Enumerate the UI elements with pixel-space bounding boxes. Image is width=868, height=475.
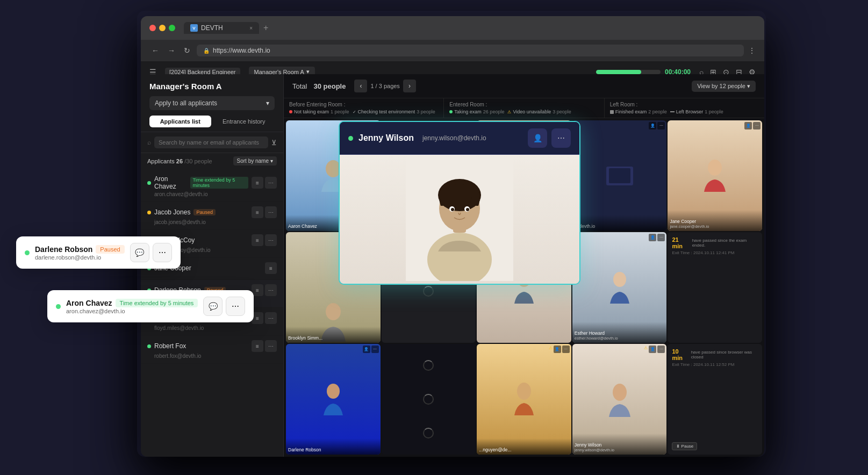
video-icon[interactable]: 👤 [363,346,370,353]
more-icon[interactable]: ⋯ [753,122,761,129]
tab-entrance-history[interactable]: Entrance history [213,116,275,127]
view-by-btn[interactable]: View by 12 people ▾ [692,81,756,92]
video-icon[interactable]: 👤 [649,346,656,353]
sort-btn-label: Sort by name [237,158,269,164]
video-cell[interactable] [382,344,476,455]
reload-btn[interactable]: ↻ [182,44,192,57]
apply-all-btn[interactable]: Apply to all applicants ▾ [149,96,275,110]
applicant-name: Jacob Jones [154,208,190,216]
green-dot-icon [449,110,453,113]
tooltip-message-btn[interactable]: 💬 [130,243,149,262]
list-item[interactable]: Aron Chavez Time extended by 5 minutes ≡… [141,171,283,202]
browser-tab[interactable]: V DEVTH × [184,22,259,34]
close-window-btn[interactable] [149,25,156,31]
video-icon[interactable]: 👤 [554,346,561,353]
tooltip-actions: 💬 ⋯ [203,297,245,316]
video-icon[interactable]: 👤 [649,234,656,241]
tooltip-message-btn[interactable]: 💬 [203,297,223,316]
jenny-profile-btn[interactable]: 👤 [528,128,547,148]
tab-applicants-list[interactable]: Applicants list [149,116,211,127]
exit-time: Exit Time : 2024.10.11 12:41 PM [672,250,758,255]
applicants-meta: Applicants 26 /30 people Sort by name ▾ [141,153,283,169]
message-btn[interactable]: ≡ [252,234,263,246]
video-icon[interactable]: 👤 [744,122,752,129]
more-btn[interactable]: ⋯ [265,206,277,218]
next-page-btn[interactable]: › [403,80,416,92]
person-figure [604,269,636,306]
applicant-email: robert.fox@devth.io [147,353,277,359]
search-input[interactable] [154,136,268,148]
cell-controls: 👤 ⋯ [649,122,665,129]
video-cell[interactable]: 👤 ⋯ Esther Howard esther.howard@devth.io [572,232,667,343]
warn-icon: ⚠ [549,346,553,353]
applicant-name: Robert Fox [154,342,186,350]
tooltip-more-btn[interactable]: ⋯ [153,243,172,262]
list-item[interactable]: Robert Fox ≡ ⋯ robert.fox@devth.io [141,336,283,364]
video-cell-exit[interactable]: 21 min have passed since the exam ended.… [668,232,762,343]
jenny-btn-group: 👤 ⋯ [528,128,571,148]
left-room-section: Left Room : Finished exam 2 people Left … [605,98,764,118]
video-cell[interactable]: 👤 ⋯ Jane Cooper jane.cooper@devth.io [668,120,762,231]
tooltip-badge: Paused [96,245,124,254]
message-btn[interactable]: ≡ [252,340,263,352]
extensions-btn[interactable]: ⋮ [748,46,756,55]
back-btn[interactable]: ← [149,44,161,57]
more-icon[interactable]: ⋯ [657,346,665,353]
more-btn[interactable]: ⋯ [265,312,277,324]
tab-favicon: V [190,24,198,32]
more-btn[interactable]: ⋯ [265,284,277,296]
browser-chrome: V DEVTH × + ← → ↻ 🔒 https://www.devth.io… [141,16,764,74]
total-count: 30 people [313,82,346,90]
jenny-status-dot [348,136,353,141]
checking-label: Checking test environment [358,109,415,114]
forward-btn[interactable]: → [166,44,177,57]
more-btn[interactable]: ⋯ [265,234,277,246]
dash-icon [670,111,675,112]
tab-close-btn[interactable]: × [249,25,253,31]
svg-point-7 [517,383,531,400]
maximize-window-btn[interactable] [169,25,175,31]
left-browser-label: Left Browser [676,109,704,114]
more-icon[interactable]: ⋯ [371,346,379,353]
exit-time-2: Exit Time : 2024.10.11 12:52 PM [672,362,758,367]
video-cell[interactable]: 10 min have passed since browser was clo… [668,344,762,455]
video-cell[interactable]: ⚠ 👤 ⋯ Jenny Wilson jenny.wilson@devth.io [572,344,667,455]
more-btn[interactable]: ⋯ [265,340,277,352]
more-icon[interactable]: ⋯ [562,346,570,353]
message-btn[interactable]: ≡ [252,177,263,189]
more-icon[interactable]: ⋯ [657,122,665,129]
jenny-more-btn[interactable]: ⋯ [551,128,571,148]
message-btn[interactable]: ≡ [265,262,277,274]
minimize-window-btn[interactable] [159,25,166,31]
exit-text-2: have passed since browser was closed [691,350,758,359]
sort-btn[interactable]: Sort by name ▾ [233,156,277,165]
message-btn[interactable]: ≡ [252,206,263,218]
more-icon[interactable]: ⋯ [657,234,665,241]
exit-info-2: 10 min have passed since browser was clo… [668,344,762,455]
progress-bar [596,70,661,74]
prev-page-btn[interactable]: ‹ [354,80,367,92]
list-item[interactable]: Jacob Jones Paused ≡ ⋯ jacob.jones@devth… [141,202,283,230]
cell-label: Jane Cooper jane.cooper@devth.io [668,210,762,231]
svg-point-5 [613,272,626,287]
video-icon[interactable]: 👤 [649,122,656,129]
video-cell[interactable]: ⚠ 👤 ⋯ ...nguyen@de... [477,344,571,455]
applicant-name: Aron Chavez [154,175,187,190]
video-unavail-count: 3 people [553,109,571,114]
address-bar[interactable]: 🔒 https://www.devth.io [197,45,744,56]
more-btn[interactable]: ⋯ [265,177,277,189]
person-figure [317,380,349,418]
tooltip-name: Darlene Robson [35,245,92,254]
spinner-2 [423,394,434,405]
pause-btn[interactable]: ⏸ Pause [672,442,697,450]
search-row: ⌕ ⊻ [141,132,283,153]
filter-icon[interactable]: ⊻ [271,139,277,147]
tooltip-info: Aron Chavez Time extended by 5 minutes a… [66,299,198,314]
tooltip-more-btn[interactable]: ⋯ [226,297,245,316]
video-cell[interactable]: 👤 ⋯ Darlene Robson [286,344,381,455]
cell-email: jenny.wilson@devth.io [575,448,665,452]
new-tab-btn[interactable]: + [263,23,268,33]
jenny-popup-header: Jenny Wilson jenny.wilson@devth.io 👤 ⋯ [340,122,579,155]
jenny-wilson-popup: Jenny Wilson jenny.wilson@devth.io 👤 ⋯ [339,121,580,285]
video-cell[interactable]: 👤 ⋯ @devth.io [572,120,667,231]
